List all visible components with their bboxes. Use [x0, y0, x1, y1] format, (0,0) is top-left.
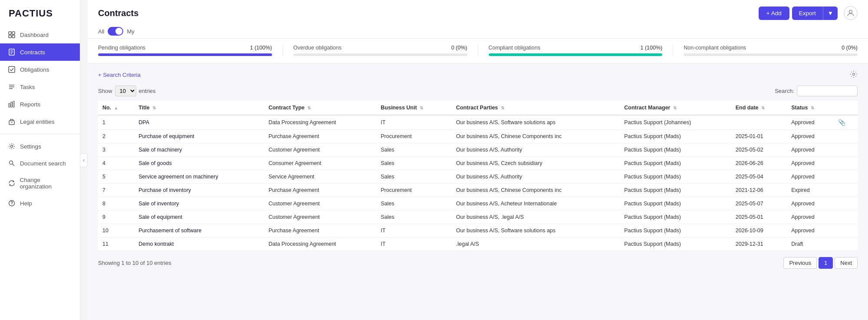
- svg-line-19: [13, 164, 15, 166]
- cell-type: Purchase Agreement: [264, 130, 377, 143]
- svg-rect-12: [9, 103, 10, 107]
- next-button[interactable]: Next: [835, 257, 858, 269]
- top-bar-actions: + Add Export ▼: [759, 6, 858, 20]
- table-row[interactable]: 10 Purchasement of software Purchase Agr…: [98, 224, 858, 238]
- table-row[interactable]: 5 Service agreement on machinery Service…: [98, 170, 858, 184]
- sidebar-item-document-search-label: Document search: [20, 160, 66, 167]
- document-search-icon: [8, 159, 16, 167]
- col-contract-manager[interactable]: Contract Manager ⇅: [620, 101, 731, 115]
- cell-title[interactable]: Sale of inventory: [134, 197, 264, 211]
- stat-compliant-bar-bg: [489, 53, 663, 56]
- cell-no: 5: [98, 170, 134, 184]
- sidebar-item-contracts[interactable]: Contracts: [0, 43, 80, 61]
- stat-overdue-label: Overdue obligations: [293, 45, 342, 51]
- cell-title[interactable]: Purchasement of software: [134, 224, 264, 238]
- cell-attach: [834, 184, 858, 197]
- col-title[interactable]: Title ⇅: [134, 101, 264, 115]
- sidebar-item-dashboard[interactable]: Dashboard: [0, 26, 80, 43]
- sidebar-toggle-button[interactable]: ‹: [80, 153, 88, 167]
- table-settings-icon[interactable]: [850, 70, 858, 79]
- cell-end-date: 2029-12-31: [731, 238, 787, 251]
- col-no[interactable]: No. ▲: [98, 101, 134, 115]
- svg-point-23: [853, 73, 855, 76]
- cell-title[interactable]: DPA: [134, 115, 264, 130]
- col-business-unit[interactable]: Business Unit ⇅: [376, 101, 451, 115]
- cell-unit: IT: [376, 238, 451, 251]
- cell-type: Data Processing Agreement: [264, 238, 377, 251]
- stat-noncompliant: Non-compliant obligations 0 (0%): [684, 45, 858, 56]
- cell-unit: Sales: [376, 157, 451, 170]
- stat-noncompliant-label: Non-compliant obligations: [684, 45, 746, 51]
- sidebar-item-document-search[interactable]: Document search: [0, 155, 80, 172]
- cell-no: 8: [98, 197, 134, 211]
- col-contract-type[interactable]: Contract Type ⇅: [264, 101, 377, 115]
- user-avatar[interactable]: [844, 6, 858, 20]
- table-row[interactable]: 9 Sale of equipment Customer Agreement S…: [98, 211, 858, 224]
- stat-overdue-value: 0 (0%): [451, 45, 467, 51]
- export-caret-button[interactable]: ▼: [823, 7, 838, 20]
- entries-select[interactable]: 10 25 50: [115, 86, 136, 96]
- table-row[interactable]: 1 DPA Data Processing Agreement IT Our b…: [98, 115, 858, 130]
- svg-rect-8: [9, 66, 15, 73]
- cell-end-date: 2025-01-01: [731, 130, 787, 143]
- cell-end-date: 2025-05-07: [731, 197, 787, 211]
- table-row[interactable]: 7 Purchase of inventory Purchase Agreeme…: [98, 184, 858, 197]
- col-end-date[interactable]: End date ⇅: [731, 101, 787, 115]
- sidebar-item-obligations[interactable]: Obligations: [0, 61, 80, 78]
- stats-bar: Pending obligations 1 (100%) Overdue obl…: [88, 39, 868, 63]
- page-1-button[interactable]: 1: [819, 257, 833, 269]
- sidebar-item-settings[interactable]: Settings: [0, 138, 80, 155]
- export-group: + Add Export ▼: [759, 7, 838, 20]
- svg-point-22: [849, 10, 852, 13]
- cell-parties: Our business A/S, Chinese Components inc: [452, 130, 620, 143]
- svg-point-21: [11, 205, 12, 205]
- sidebar-item-change-organization[interactable]: Change organization: [0, 172, 80, 195]
- col-contract-parties[interactable]: Contract Parties ⇅: [452, 101, 620, 115]
- obligations-icon: [8, 66, 16, 73]
- svg-rect-13: [11, 102, 12, 107]
- col-status[interactable]: Status ⇅: [787, 101, 834, 115]
- sidebar-item-help[interactable]: Help: [0, 195, 80, 212]
- cell-title[interactable]: Service agreement on machinery: [134, 170, 264, 184]
- export-button[interactable]: Export: [792, 7, 823, 20]
- cell-title[interactable]: Purchase of inventory: [134, 184, 264, 197]
- toggle-my-label: My: [127, 28, 134, 35]
- sidebar-item-tasks[interactable]: Tasks: [0, 78, 80, 96]
- cell-title[interactable]: Sale of machinery: [134, 143, 264, 157]
- previous-button[interactable]: Previous: [783, 257, 817, 269]
- top-bar: Contracts + Add Export ▼ All My: [88, 0, 868, 39]
- svg-point-17: [11, 145, 13, 148]
- cell-unit: Sales: [376, 143, 451, 157]
- dashboard-icon: [8, 31, 16, 39]
- cell-no: 1: [98, 115, 134, 130]
- search-input[interactable]: [797, 86, 858, 96]
- table-row[interactable]: 4 Sale of goods Consumer Agreement Sales…: [98, 157, 858, 170]
- main-content: Contracts + Add Export ▼ All My: [88, 0, 868, 320]
- contracts-table: No. ▲ Title ⇅ Contract Type ⇅ Business U…: [98, 101, 858, 251]
- cell-title[interactable]: Purchase of equipment: [134, 130, 264, 143]
- table-row[interactable]: 11 Demo kontrakt Data Processing Agreeme…: [98, 238, 858, 251]
- cell-title[interactable]: Sale of goods: [134, 157, 264, 170]
- svg-rect-14: [13, 101, 14, 107]
- cell-no: 3: [98, 143, 134, 157]
- cell-status: Approved: [787, 115, 834, 130]
- sidebar-item-legal-entities[interactable]: Legal entities: [0, 113, 80, 130]
- cell-title[interactable]: Demo kontrakt: [134, 238, 264, 251]
- cell-title[interactable]: Sale of equipment: [134, 211, 264, 224]
- table-row[interactable]: 3 Sale of machinery Customer Agreement S…: [98, 143, 858, 157]
- sidebar-item-legal-entities-label: Legal entities: [20, 119, 55, 125]
- sidebar-item-reports[interactable]: Reports: [0, 96, 80, 113]
- cell-type: Customer Agreement: [264, 211, 377, 224]
- change-organization-icon: [8, 179, 15, 187]
- cell-manager: Pactius Support (Johannes): [620, 115, 731, 130]
- table-row[interactable]: 2 Purchase of equipment Purchase Agreeme…: [98, 130, 858, 143]
- stat-compliant-bar-fill: [489, 53, 663, 56]
- pagination-controls: Previous 1 Next: [783, 257, 858, 269]
- table-row[interactable]: 8 Sale of inventory Customer Agreement S…: [98, 197, 858, 211]
- attachment-icon[interactable]: 📎: [838, 119, 845, 126]
- search-criteria-link[interactable]: + Search Criteria: [98, 72, 141, 78]
- add-button[interactable]: + Add: [759, 7, 789, 20]
- all-my-toggle[interactable]: [108, 27, 123, 36]
- table-body: 1 DPA Data Processing Agreement IT Our b…: [98, 115, 858, 251]
- cell-no: 2: [98, 130, 134, 143]
